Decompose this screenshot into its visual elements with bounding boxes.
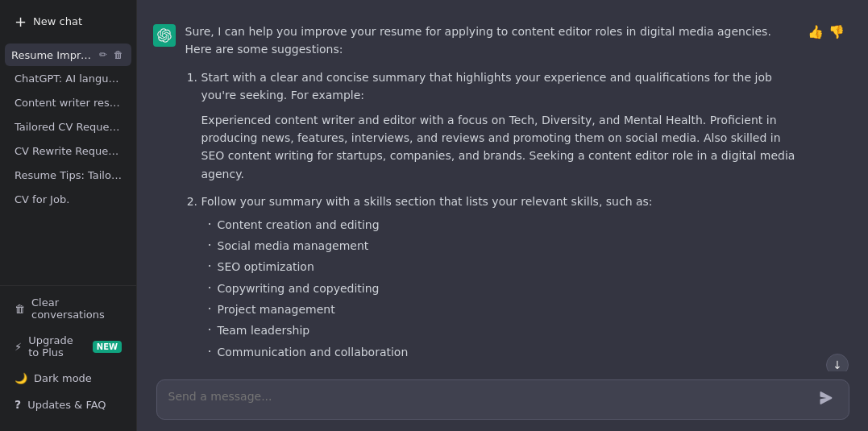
- scroll-down-icon: ↓: [833, 358, 842, 371]
- message-item-2: Follow your summary with a skills sectio…: [201, 193, 798, 361]
- upgrade-to-plus-button[interactable]: ⚡ Upgrade to Plus NEW: [5, 328, 131, 365]
- skills-list: Content creation and editing Social medi…: [208, 216, 798, 362]
- chat-item-actions: ✏ 🗑: [98, 48, 125, 61]
- input-area: [137, 371, 868, 431]
- updates-icon: ?: [15, 398, 21, 411]
- chat-item-content-writer[interactable]: Content writer resume.: [5, 91, 131, 114]
- chat-messages: Sure, I can help you improve your resume…: [137, 0, 868, 371]
- skill-3: SEO optimization: [208, 258, 798, 276]
- feedback-icons: 👍 👎: [808, 24, 846, 39]
- skill-1: Content creation and editing: [208, 216, 798, 234]
- clear-conversations-button[interactable]: 🗑 Clear conversations: [5, 290, 131, 327]
- new-badge: NEW: [93, 341, 122, 353]
- skill-4: Copywriting and copyediting: [208, 280, 798, 297]
- updates-faq-label: Updates & FAQ: [27, 399, 106, 411]
- item-2-heading: Follow your summary with a skills sectio…: [201, 195, 653, 208]
- message-item-1: Start with a clear and concise summary t…: [201, 68, 798, 183]
- message-intro: Sure, I can help you improve your resume…: [185, 23, 798, 59]
- assistant-avatar: [153, 24, 176, 47]
- message-input[interactable]: [168, 390, 815, 409]
- item-1-sample: Experienced content writer and editor wi…: [201, 111, 798, 184]
- delete-icon[interactable]: 🗑: [112, 48, 125, 61]
- chat-history-list: Resume Improvement A ✏ 🗑 ChatGPT: AI lan…: [0, 39, 136, 282]
- chat-item-resume-improvement[interactable]: Resume Improvement A ✏ 🗑: [5, 44, 131, 66]
- dark-mode-label: Dark mode: [34, 372, 92, 384]
- dark-mode-icon: 🌙: [15, 372, 27, 384]
- chat-item-cv-for-job[interactable]: CV for Job.: [5, 188, 131, 211]
- message-list: Start with a clear and concise summary t…: [185, 68, 798, 371]
- assistant-message-row: Sure, I can help you improve your resume…: [140, 13, 866, 371]
- upgrade-label: Upgrade to Plus: [28, 334, 86, 358]
- updates-faq-button[interactable]: ? Updates & FAQ: [5, 392, 131, 417]
- clear-icon: 🗑: [15, 303, 25, 315]
- dark-mode-button[interactable]: 🌙 Dark mode: [5, 366, 131, 391]
- scroll-down-button[interactable]: ↓: [826, 354, 849, 371]
- new-chat-plus-icon: +: [15, 13, 27, 30]
- skill-7: Communication and collaboration: [208, 343, 798, 361]
- chat-item-label: Resume Improvement A: [11, 49, 98, 61]
- message-content: Sure, I can help you improve your resume…: [185, 23, 798, 371]
- item-1-heading: Start with a clear and concise summary t…: [201, 71, 772, 102]
- edit-icon[interactable]: ✏: [98, 48, 109, 61]
- skill-2: Social media management: [208, 237, 798, 255]
- main-chat-area: Sure, I can help you improve your resume…: [137, 0, 868, 431]
- sidebar: + New chat Resume Improvement A ✏ 🗑 Chat…: [0, 0, 137, 431]
- clear-conversations-label: Clear conversations: [31, 296, 122, 321]
- chat-item-tailored-cv[interactable]: Tailored CV Request.: [5, 115, 131, 139]
- new-chat-label: New chat: [33, 15, 82, 27]
- message-input-box: [156, 379, 849, 420]
- send-button[interactable]: [815, 388, 837, 411]
- chat-item-chatgpt-ai[interactable]: ChatGPT: AI language model.: [5, 67, 131, 90]
- send-icon: [820, 392, 833, 408]
- new-chat-button[interactable]: + New chat: [5, 6, 131, 36]
- skill-6: Team leadership: [208, 321, 798, 339]
- upgrade-icon: ⚡: [15, 341, 22, 353]
- thumbdown-icon[interactable]: 👎: [829, 24, 845, 39]
- sidebar-bottom: 🗑 Clear conversations ⚡ Upgrade to Plus …: [0, 285, 136, 425]
- thumbup-icon[interactable]: 👍: [808, 24, 824, 39]
- chat-item-resume-tips[interactable]: Resume Tips: Tailor for Job: [5, 164, 131, 187]
- chat-item-cv-rewrite[interactable]: CV Rewrite Requested.: [5, 139, 131, 163]
- skill-5: Project management: [208, 300, 798, 318]
